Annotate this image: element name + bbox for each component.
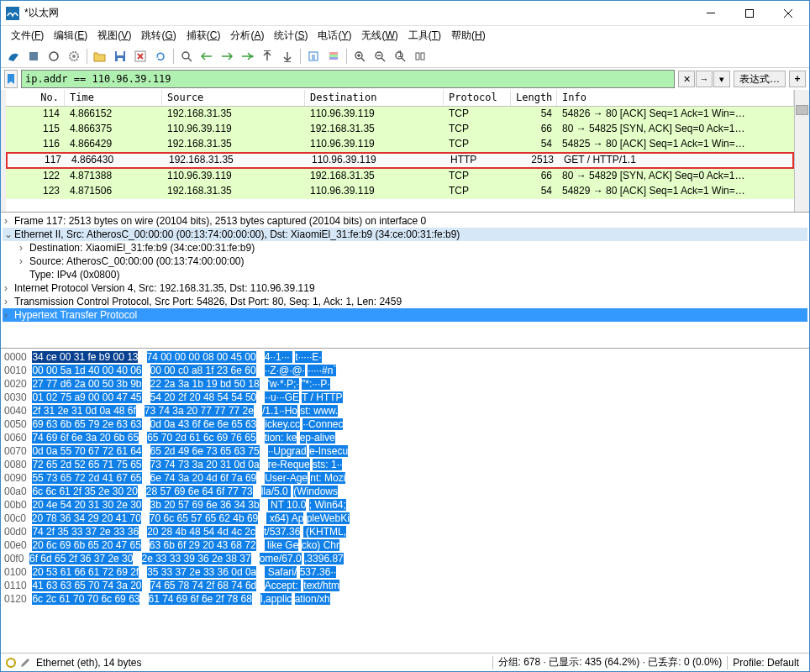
packet-row[interactable]: 1234.871506192.168.31.35110.96.39.119TCP… — [6, 184, 794, 199]
hex-row[interactable]: 00a0 6c 6c 61 2f 35 2e 30 20 28 57 69 6e… — [4, 485, 806, 498]
packet-details-pane[interactable]: ›Frame 117: 2513 bytes on wire (20104 bi… — [1, 213, 809, 349]
packet-row[interactable]: 1144.866152192.168.31.35110.96.39.119TCP… — [6, 107, 794, 122]
clear-filter-button[interactable]: ✕ — [678, 71, 695, 87]
packet-bytes-pane[interactable]: 0000 34 ce 00 31 fe b9 00 13 74 00 00 00… — [1, 349, 809, 653]
toolbutton-last[interactable] — [278, 47, 297, 66]
col-header-source[interactable]: Source — [162, 90, 305, 106]
detail-row[interactable]: ›Hypertext Transfer Protocol — [3, 308, 807, 322]
edit-icon[interactable] — [19, 657, 31, 669]
svg-point-6 — [72, 55, 76, 58]
toolbutton-jump[interactable] — [238, 47, 256, 66]
hex-row[interactable]: 0020 27 77 d6 2a 00 50 3b 9b 22 2a 3a 1b… — [4, 377, 806, 391]
detail-row[interactable]: Type: IPv4 (0x0800) — [3, 268, 807, 281]
col-header-time[interactable]: Time — [65, 90, 162, 106]
maximize-button[interactable] — [730, 1, 769, 25]
hex-row[interactable]: 0030 01 02 75 a9 00 00 47 45 54 20 2f 20… — [4, 391, 806, 404]
toolbutton-options[interactable] — [65, 47, 83, 66]
hex-row[interactable]: 0080 72 65 2d 52 65 71 75 65 73 74 73 3a… — [4, 458, 806, 471]
hex-row[interactable]: 00c0 20 78 36 34 29 20 41 70 70 6c 65 57… — [4, 512, 806, 525]
menu-bar: 文件(F)编辑(E)视图(V)跳转(G)捕获(C)分析(A)统计(S)电话(Y)… — [1, 26, 809, 45]
svg-rect-3 — [29, 52, 38, 60]
menu-item[interactable]: 捕获(C) — [181, 27, 226, 45]
toolbutton-stop[interactable] — [24, 47, 43, 66]
detail-row[interactable]: ›Transmission Control Protocol, Src Port… — [3, 295, 807, 308]
apply-filter-button[interactable]: → — [696, 71, 713, 87]
expression-button[interactable]: 表达式… — [734, 71, 786, 87]
toolbutton-zoom-out[interactable] — [371, 47, 389, 66]
toolbutton-resize-cols[interactable] — [411, 47, 429, 66]
recent-filter-button[interactable]: ▾ — [713, 71, 730, 87]
menu-item[interactable]: 跳转(G) — [136, 27, 181, 45]
toolbar: 1 — [1, 45, 809, 68]
toolbutton-prev[interactable] — [197, 47, 216, 66]
svg-rect-16 — [329, 52, 338, 55]
toolbutton-colorize[interactable] — [324, 47, 343, 66]
toolbutton-zoom-reset[interactable]: 1 — [391, 47, 409, 66]
hex-row[interactable]: 0110 41 63 63 65 70 74 3a 20 74 65 78 74… — [4, 579, 806, 592]
status-profile[interactable]: Profile: Default — [728, 657, 804, 669]
hex-row[interactable]: 0070 0d 0a 55 70 67 72 61 64 65 2d 49 6e… — [4, 444, 806, 458]
hex-row[interactable]: 0000 34 ce 00 31 fe b9 00 13 74 00 00 00… — [4, 350, 806, 364]
hex-row[interactable]: 0050 69 63 6b 65 79 2e 63 63 0d 0a 43 6f… — [4, 417, 806, 431]
hex-row[interactable]: 00e0 20 6c 69 6b 65 20 47 65 63 6b 6f 29… — [4, 538, 806, 552]
hex-row[interactable]: 00d0 74 2f 35 33 37 2e 33 36 20 28 4b 48… — [4, 525, 806, 538]
toolbutton-reload[interactable] — [151, 47, 170, 66]
detail-row[interactable]: ›Frame 117: 2513 bytes on wire (20104 bi… — [3, 214, 807, 228]
bookmark-filter-icon[interactable] — [4, 70, 18, 88]
packet-list-header[interactable]: No. Time Source Destination Protocol Len… — [6, 90, 794, 107]
menu-item[interactable]: 编辑(E) — [49, 27, 92, 45]
packet-row[interactable]: 1174.866430192.168.31.35110.96.39.119HTT… — [6, 152, 794, 169]
detail-row[interactable]: ›Internet Protocol Version 4, Src: 192.1… — [3, 281, 807, 295]
col-header-destination[interactable]: Destination — [305, 90, 444, 106]
hex-row[interactable]: 00b0 20 4e 54 20 31 30 2e 30 3b 20 57 69… — [4, 498, 806, 512]
packet-row[interactable]: 1164.866429192.168.31.35110.96.39.119TCP… — [6, 137, 794, 152]
svg-text:1: 1 — [397, 50, 403, 60]
window-title: *以太网 — [23, 6, 692, 20]
close-button[interactable] — [769, 1, 807, 25]
hex-row[interactable]: 0060 74 69 6f 6e 3a 20 6b 65 65 70 2d 61… — [4, 431, 806, 444]
menu-item[interactable]: 无线(W) — [356, 27, 402, 45]
menu-item[interactable]: 电话(Y) — [313, 27, 356, 45]
toolbutton-shark[interactable] — [4, 47, 23, 66]
toolbutton-open[interactable] — [91, 47, 109, 66]
col-header-no[interactable]: No. — [6, 90, 65, 106]
menu-item[interactable]: 文件(F) — [6, 27, 49, 45]
minimize-button[interactable] — [692, 1, 730, 25]
menu-item[interactable]: 统计(S) — [269, 27, 313, 45]
packet-row[interactable]: 1154.866375110.96.39.119192.168.31.35TCP… — [6, 122, 794, 137]
hex-row[interactable]: 0010 00 00 5a 1d 40 00 40 06 00 00 c0 a8… — [4, 364, 806, 377]
col-header-length[interactable]: Length — [511, 90, 557, 106]
svg-rect-18 — [329, 57, 338, 60]
hex-row[interactable]: 00f0 6f 6d 65 2f 36 37 2e 30 2e 33 33 39… — [4, 552, 806, 565]
hex-row[interactable]: 0100 20 53 61 66 61 72 69 2f 35 33 37 2e… — [4, 565, 806, 579]
add-filter-button[interactable]: + — [789, 71, 806, 87]
detail-row[interactable]: ⌄Ethernet II, Src: AtherosC_00:00:00 (00… — [3, 228, 807, 241]
hex-row[interactable]: 0090 55 73 65 72 2d 41 67 65 6e 74 3a 20… — [4, 471, 806, 485]
svg-rect-9 — [118, 58, 123, 61]
col-header-protocol[interactable]: Protocol — [444, 90, 511, 106]
toolbutton-save[interactable] — [111, 47, 129, 66]
hex-row[interactable]: 0040 2f 31 2e 31 0d 0a 48 6f 73 74 3a 20… — [4, 404, 806, 417]
toolbutton-first[interactable] — [258, 47, 276, 66]
expert-info-icon[interactable] — [6, 658, 16, 668]
hex-row[interactable]: 0120 6c 2c 61 70 70 6c 69 63 61 74 69 6f… — [4, 592, 806, 606]
toolbutton-zoom-in[interactable] — [350, 47, 369, 66]
detail-row[interactable]: ›Destination: XiaomiEl_31:fe:b9 (34:ce:0… — [3, 241, 807, 255]
packet-row[interactable]: 1224.871388110.96.39.119192.168.31.35TCP… — [6, 169, 794, 184]
toolbutton-next[interactable] — [218, 47, 236, 66]
toolbutton-find[interactable] — [177, 47, 196, 66]
packet-list-scrollbar[interactable] — [794, 90, 809, 212]
svg-rect-13 — [264, 50, 271, 51]
col-header-info[interactable]: Info — [557, 90, 794, 106]
toolbutton-close-file[interactable] — [131, 47, 150, 66]
display-filter-input[interactable] — [21, 70, 675, 88]
menu-item[interactable]: 帮助(H) — [446, 27, 491, 45]
toolbutton-restart[interactable] — [45, 47, 63, 66]
menu-item[interactable]: 分析(A) — [225, 27, 269, 45]
svg-rect-17 — [329, 55, 338, 57]
detail-row[interactable]: ›Source: AtherosC_00:00:00 (00:13:74:00:… — [3, 255, 807, 268]
toolbutton-autoscroll[interactable] — [304, 47, 323, 66]
menu-item[interactable]: 视图(V) — [92, 27, 136, 45]
svg-rect-24 — [421, 53, 424, 60]
menu-item[interactable]: 工具(T) — [403, 27, 446, 45]
